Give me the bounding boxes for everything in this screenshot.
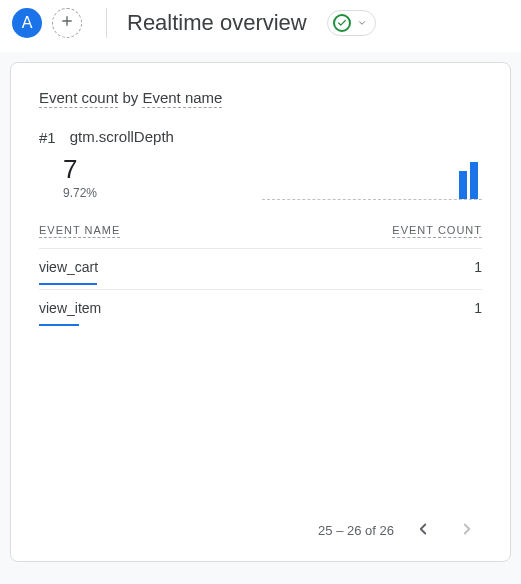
- metric-value: 7: [63, 155, 97, 184]
- table-header: EVENT NAME EVENT COUNT: [39, 224, 482, 238]
- table-row[interactable]: view_cart1: [39, 248, 482, 289]
- status-chip[interactable]: [327, 10, 376, 36]
- metric-row: 7 9.72%: [39, 152, 482, 200]
- plus-icon: [59, 13, 75, 33]
- page-title: Realtime overview: [127, 10, 307, 36]
- card-title-mid: by: [118, 89, 142, 106]
- row-bar-indicator: [39, 283, 97, 285]
- row-event-name: view_item: [39, 300, 101, 316]
- card-title: Event count by Event name: [39, 89, 482, 106]
- card-title-metric: Event count: [39, 89, 118, 108]
- account-avatar[interactable]: A: [12, 8, 42, 38]
- top-event: #1 gtm.scrollDepth: [39, 128, 482, 146]
- sparkline-bar: [459, 171, 467, 199]
- add-button[interactable]: [52, 8, 82, 38]
- divider: [106, 8, 107, 38]
- pager-prev-button[interactable]: [408, 515, 438, 545]
- row-bar-indicator: [39, 324, 79, 326]
- table-row[interactable]: view_item1: [39, 289, 482, 330]
- top-event-name: gtm.scrollDepth: [70, 128, 174, 145]
- caret-down-icon: [357, 14, 367, 32]
- row-event-count: 1: [474, 259, 482, 275]
- metric-percent: 9.72%: [63, 186, 97, 200]
- chevron-left-icon: [414, 520, 432, 541]
- row-event-name: view_cart: [39, 259, 98, 275]
- sparkline-chart: [262, 152, 482, 200]
- pager-next-button[interactable]: [452, 515, 482, 545]
- check-circle-icon: [333, 14, 351, 32]
- column-event-name: EVENT NAME: [39, 224, 120, 238]
- table-body: view_cart1view_item1: [39, 248, 482, 330]
- card-title-dimension: Event name: [142, 89, 222, 108]
- sparkline-bar: [470, 162, 478, 199]
- top-event-rank: #1: [39, 128, 56, 146]
- row-event-count: 1: [474, 300, 482, 316]
- avatar-letter: A: [22, 14, 33, 32]
- pager: 25 – 26 of 26: [39, 495, 482, 545]
- top-bar: A Realtime overview: [0, 0, 521, 52]
- pager-range: 25 – 26 of 26: [318, 523, 394, 538]
- chevron-right-icon: [458, 520, 476, 541]
- column-event-count: EVENT COUNT: [392, 224, 482, 238]
- metric-left: 7 9.72%: [63, 155, 97, 200]
- event-count-card: Event count by Event name #1 gtm.scrollD…: [10, 62, 511, 562]
